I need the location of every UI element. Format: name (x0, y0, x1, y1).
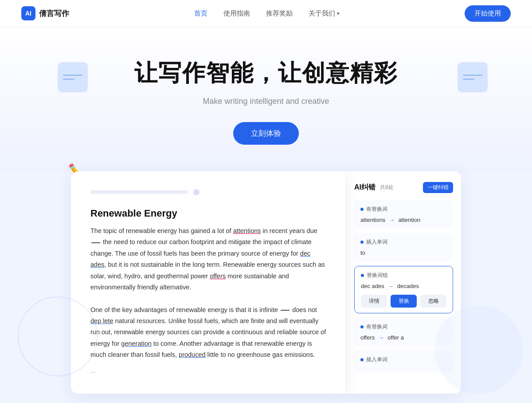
arrow-icon-3: → (378, 334, 384, 341)
hero-subtitle: Make writing intelligent and creative (9, 97, 523, 106)
arrow-icon-2: → (388, 283, 394, 289)
ai-item-type-2: 替换词组 (361, 272, 446, 279)
ai-item-2: 替换词组 dec ades → decades 详情 替换 忽略 (354, 266, 453, 313)
editor-bar-line (90, 190, 188, 194)
demo-section: ✏️ Renewable Energy The topic of renewab… (0, 171, 532, 403)
arrow-icon-0: → (389, 217, 395, 223)
hero-cta-button[interactable]: 立刻体验 (233, 122, 299, 145)
error-decades: dec ades (90, 250, 310, 268)
nav-link-guide[interactable]: 使用指南 (223, 9, 250, 18)
dot-icon-3 (360, 325, 364, 328)
navbar: AI 倩言写作 首页 使用指南 推荐奖励 关于我们 ▾ 开始使用 (0, 0, 532, 27)
detail-button[interactable]: 详情 (361, 295, 387, 308)
nav-links: 首页 使用指南 推荐奖励 关于我们 ▾ (194, 9, 340, 18)
note-line-3 (463, 75, 482, 76)
logo[interactable]: AI 倩言写作 (21, 6, 69, 20)
ai-item-type-1: 插入单词 (360, 238, 447, 246)
editor-title: Renewable Energy (90, 208, 326, 219)
editor-card: Renewable Energy The topic of renewable … (71, 171, 346, 394)
error-deplete: dep lete (90, 317, 113, 324)
ai-panel-title: AI纠错 (354, 183, 376, 192)
error-generation: generation (121, 340, 152, 347)
gap-marker-1 (91, 242, 100, 243)
one-click-fix-button[interactable]: 一键纠错 (423, 182, 453, 193)
ai-panel-header: AI纠错 共8处 一键纠错 (354, 182, 453, 193)
ai-item-actions: 详情 替换 忽略 (361, 295, 446, 308)
dot-icon (360, 208, 364, 211)
float-note-left (58, 62, 88, 92)
ai-item-3: 有替换词 offers → offer a (354, 318, 453, 346)
ai-item-4: 插入单词 (354, 351, 453, 372)
dot-icon-2 (361, 274, 364, 277)
ai-item-1: 插入单词 to (354, 233, 453, 261)
ellipsis: ... (90, 365, 326, 376)
editor-top-bar (90, 189, 326, 195)
chevron-down-icon: ▾ (337, 11, 340, 16)
ai-arrow-row-0: attentions → attention (360, 217, 447, 223)
gap-marker-2 (281, 310, 289, 311)
replace-button[interactable]: 替换 (391, 295, 417, 308)
ai-item-type-3: 有替换词 (360, 323, 447, 331)
note-line-4 (463, 79, 474, 80)
start-button[interactable]: 开始使用 (465, 5, 511, 22)
error-produced: produced (179, 351, 205, 358)
ai-item-0: 有替换词 attentions → attention (354, 200, 453, 229)
ai-arrow-row-2: dec ades → decades (361, 283, 446, 289)
ai-arrow-row-1: to (360, 249, 447, 256)
dot-icon-4 (360, 358, 364, 361)
ai-item-type-0: 有替换词 (360, 205, 447, 213)
error-offers: offers (210, 273, 226, 280)
float-note-right (458, 62, 488, 92)
nav-link-about[interactable]: 关于我们 ▾ (309, 9, 340, 18)
error-attentions: attentions (233, 227, 261, 234)
dot-icon-1 (360, 241, 364, 244)
editor-body[interactable]: The topic of renewable energy has gained… (90, 225, 326, 376)
ignore-button[interactable]: 忽略 (420, 295, 446, 308)
ai-item-type-4: 插入单词 (360, 356, 447, 363)
note-line-2 (63, 79, 74, 80)
logo-icon: AI (21, 6, 35, 20)
editor-bar-dot (193, 189, 200, 195)
ai-count: 共8处 (380, 184, 394, 191)
note-line-1 (63, 75, 82, 76)
ai-panel: AI纠错 共8处 一键纠错 有替换词 attentions → attentio… (346, 171, 461, 394)
nav-link-home[interactable]: 首页 (194, 9, 207, 18)
ai-arrow-row-3: offers → offer a (360, 334, 447, 341)
logo-text: 倩言写作 (39, 8, 69, 19)
hero-section: 让写作智能，让创意精彩 Make writing intelligent and… (0, 27, 532, 171)
nav-link-reward[interactable]: 推荐奖励 (266, 9, 293, 18)
